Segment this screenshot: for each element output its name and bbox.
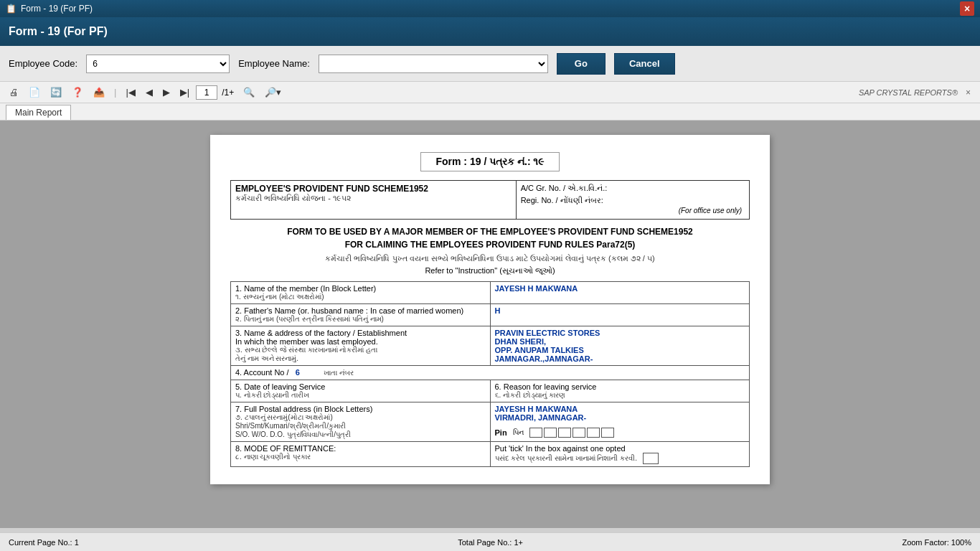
- title-bar: 📋 Form - 19 (For PF) ×: [0, 0, 980, 17]
- employee-code-select[interactable]: 6: [86, 55, 230, 73]
- field-7-row: 7. Full Postal address (in Block Letters…: [231, 402, 750, 442]
- refresh-button[interactable]: 🔄: [47, 85, 65, 100]
- field-4-label-gu: ખાતા નંબર: [324, 369, 354, 377]
- field-1-label-en: 1. Name of the member (In Block Letter): [235, 284, 486, 293]
- ac-gr-no: A/C Gr. No. / એ.કા.વિ.નં.:: [521, 184, 745, 193]
- report-page: Form : 19 / પત્રક નં.: ૧૯ EMPLOYEE'S PRO…: [210, 135, 770, 484]
- pin-label-gu: પિન: [513, 428, 524, 437]
- field-2-row: 2. Father's Name (or. husband name : In …: [231, 304, 750, 326]
- field-2-value: H: [495, 306, 501, 315]
- pin-label-en: Pin: [495, 428, 507, 437]
- field-3-value-1: PRAVIN ELECTRIC STORES: [495, 329, 745, 337]
- title-bar-icon: 📋: [6, 4, 17, 14]
- field-8-label-en: 8. MODE OF REMITTANCE:: [235, 444, 486, 453]
- main-report-tab[interactable]: Main Report: [6, 105, 71, 120]
- field-3-row: 3. Name & address of the factory / Estab…: [231, 326, 750, 366]
- mode-tick-box: [643, 453, 659, 464]
- page-number-input[interactable]: [196, 85, 217, 100]
- field-7-value-1: JAYESH H MAKWANA: [495, 405, 745, 413]
- zoom-button[interactable]: 🔎▾: [261, 85, 285, 100]
- controls-row: Employee Code: 6 Employee Name: Go Cance…: [0, 46, 980, 82]
- status-bar: Current Page No.: 1 Total Page No.: 1+ Z…: [0, 532, 980, 551]
- crystal-toolbar: 🖨 📄 🔄 ❓ 📤 | |◀ ◀ ▶ ▶| /1+ 🔍 🔎▾ SAP CRYST…: [0, 82, 980, 103]
- employee-name-select[interactable]: [319, 55, 548, 73]
- field-5-label-en: 5. Date of leaving Service: [235, 382, 486, 391]
- office-use: (For office use only): [521, 205, 745, 216]
- field-8-right-en: Put 'tick' In the box against one opted: [495, 444, 745, 453]
- close-window-button[interactable]: ×: [960, 1, 974, 16]
- field-7-value-2: VIRMADRI, JAMNAGAR-: [495, 413, 745, 422]
- title-bar-text: Form - 19 (For PF): [21, 4, 93, 14]
- last-page-button[interactable]: ▶|: [176, 85, 193, 100]
- field-8-label-gu: ૮. નાણા ચૂકવણીનો પ્રકાર: [235, 453, 486, 461]
- go-button[interactable]: Go: [557, 53, 606, 75]
- cancel-button[interactable]: Cancel: [614, 53, 675, 75]
- field-3-value-3: OPP. ANUPAM TALKIES: [495, 346, 745, 354]
- pin-box-5: [587, 428, 600, 438]
- next-page-button[interactable]: ▶: [159, 85, 174, 100]
- field-2-label-gu: ૨. પિતાનું નામ (પરણીત સ્ત્રીના કિસ્સામાં…: [235, 315, 486, 324]
- form-heading-1: FORM TO BE USED BY A MAJOR MEMBER OF THE…: [230, 225, 750, 251]
- field-3-label-en: 3. Name & address of the factory / Estab…: [235, 329, 486, 346]
- form-fields-table: 1. Name of the member (In Block Letter) …: [230, 281, 750, 467]
- field-2-label-en: 2. Father's Name (or. husband name : In …: [235, 306, 486, 315]
- pin-box-1: [529, 428, 542, 438]
- current-page-label: Current Page No.: 1: [9, 538, 79, 547]
- field-4-value: 6: [296, 368, 300, 377]
- zoom-factor-label: Zoom Factor: 100%: [902, 538, 971, 547]
- field-4-label-en: 4. Account No /: [235, 368, 289, 377]
- report-area[interactable]: Form : 19 / પત્રક નં.: ૧૯ EMPLOYEE'S PRO…: [0, 121, 980, 528]
- scheme-en: EMPLOYEE'S PROVIDENT FUND SCHEME1952: [235, 184, 512, 194]
- field-3-value-4: JAMNAGAR.,JAMNAGAR-: [495, 354, 745, 363]
- field-3-value-2: DHAN SHERI,: [495, 337, 745, 346]
- field-5-label-gu: પ. નોકરી છોડ્યાની તારીખ: [235, 391, 486, 400]
- form-title: Form : 19 / પત્રક નં.: ૧૯: [420, 152, 559, 171]
- total-page-label: Total Page No.: 1+: [458, 538, 523, 547]
- field-3-label-gu: ૩. સભ્ય છેલ્લે જે સંસ્થા કારખાનામાં નોકર…: [235, 346, 486, 363]
- field-7-label-gu: ૭. ટપાલનું સરનામું(મોટા અક્ષરોમાં) Shri/…: [235, 413, 486, 439]
- field-6-label-gu: ૬. નોકરી છોડ્યાનું કારણ: [495, 391, 745, 400]
- form-header-table: EMPLOYEE'S PROVIDENT FUND SCHEME1952 કર્…: [230, 180, 750, 220]
- regi-no: Regi. No. / નોંધણી નંબર:: [521, 196, 745, 205]
- prev-page-button[interactable]: ◀: [142, 85, 156, 100]
- pin-box-6: [601, 428, 614, 438]
- print-preview-button[interactable]: 📄: [25, 85, 44, 100]
- field-1-row: 1. Name of the member (In Block Letter) …: [231, 282, 750, 304]
- header-bar: Form - 19 (For PF): [0, 17, 980, 46]
- field-6-label-en: 6. Reason for leaving service: [495, 382, 745, 391]
- employee-code-label: Employee Code:: [9, 58, 77, 69]
- pin-box-2: [544, 428, 557, 438]
- pin-box-4: [573, 428, 585, 438]
- report-tabs: Main Report: [0, 103, 980, 121]
- close-report-button[interactable]: ×: [962, 85, 974, 100]
- field-5-6-row: 5. Date of leaving Service પ. નોકરી છોડ્…: [231, 380, 750, 402]
- search-button[interactable]: 🔍: [240, 85, 258, 100]
- crystal-brand-label: SAP CRYSTAL REPORTS®: [859, 88, 958, 97]
- field-1-value: JAYESH H MAKWANA: [495, 284, 578, 293]
- employee-name-label: Employee Name:: [238, 58, 310, 69]
- field-8-right-gu: પસંદ કરેલ પ્રકારની સામેના ખાનામાં નિશાની…: [495, 454, 637, 463]
- help-button[interactable]: ❓: [68, 85, 87, 100]
- export-button[interactable]: 📤: [90, 85, 108, 100]
- field-7-label-en: 7. Full Postal address (in Block Letters…: [235, 405, 486, 413]
- page-total: /1+: [222, 88, 234, 98]
- refer-line: Refer to "Instruction" (સૂચનાઓ જૂઓ): [230, 266, 750, 276]
- field-4-row: 4. Account No / 6 ખાતા નંબર: [231, 366, 750, 380]
- first-page-button[interactable]: |◀: [122, 85, 138, 100]
- field-1-label-gu: ૧. સભ્યનું નામ (મોટા અક્ષરોમાં): [235, 293, 486, 301]
- print-button[interactable]: 🖨: [6, 85, 22, 100]
- pin-boxes: [529, 428, 614, 438]
- pin-box-3: [558, 428, 571, 438]
- field-8-row: 8. MODE OF REMITTANCE: ૮. નાણા ચૂકવણીનો …: [231, 442, 750, 467]
- scheme-gu: કર્મચારી ભવિષ્યનિધિ યોજના - ૧૯૫૨: [235, 194, 512, 203]
- header-title: Form - 19 (For PF): [9, 25, 108, 38]
- form-subheading-gu: કર્મચારી ભવિષ્યનિધિ પુખ્ત વયના સભ્યે ભવિ…: [230, 254, 750, 263]
